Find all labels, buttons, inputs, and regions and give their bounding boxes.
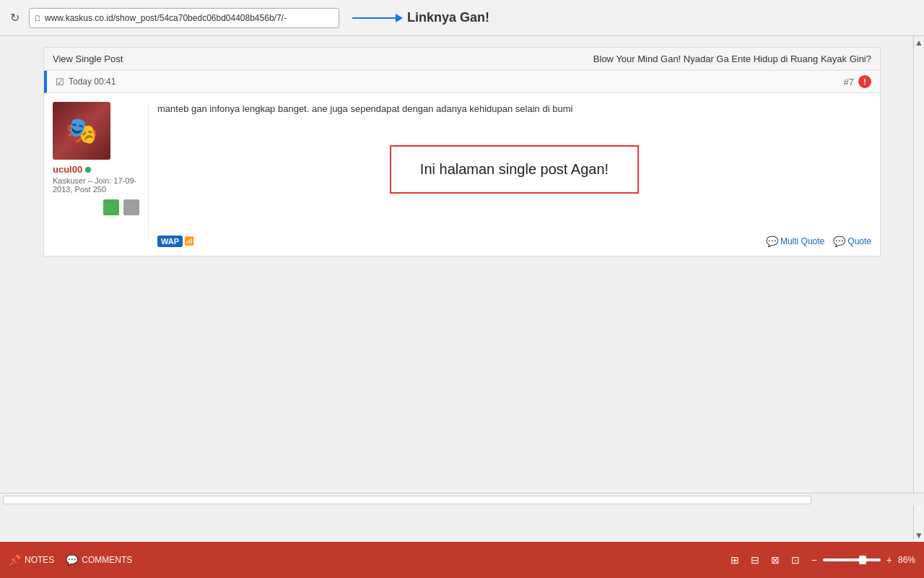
- notes-label: NOTES: [25, 555, 54, 565]
- page-view-icon[interactable]: ⊞: [728, 553, 742, 567]
- post-count-label: Post: [75, 185, 91, 194]
- quote-label: Quote: [847, 236, 871, 246]
- quote-actions: 💬 Multi Quote 💬 Quote: [766, 236, 871, 247]
- username-row: ucul00: [53, 164, 139, 175]
- post-count: 250: [93, 185, 106, 194]
- post-num-badge: #7 !: [844, 75, 871, 88]
- single-post-box: Ini halaman single post Agan!: [390, 145, 639, 194]
- horizontal-scrollbar[interactable]: [0, 493, 924, 506]
- zoom-slider[interactable]: [823, 558, 881, 561]
- multi-quote-button[interactable]: 💬 Multi Quote: [766, 236, 824, 247]
- status-bar-right: ⊞ ⊟ ⊠ ⊡ − + 86%: [728, 553, 915, 567]
- status-bar: 📌 NOTES 💬 COMMENTS ⊞ ⊟ ⊠ ⊡ − + 86%: [0, 542, 924, 578]
- zoom-slider-thumb[interactable]: [859, 556, 866, 564]
- wap-icon: WAP: [157, 236, 183, 247]
- view-single-post-label: View Single Post: [53, 53, 123, 64]
- comments-button[interactable]: 💬 COMMENTS: [66, 554, 132, 566]
- reload-button[interactable]: ↻: [6, 9, 23, 27]
- single-post-message: Ini halaman single post Agan!: [420, 161, 609, 178]
- comments-icon: 💬: [66, 554, 78, 566]
- quote-icon: 💬: [833, 236, 845, 247]
- url-text: www.kaskus.co.id/show_post/54ca70bedc06b…: [45, 13, 287, 23]
- wap-badge: WAP 📶: [157, 236, 194, 247]
- user-avatar: 🎭: [53, 102, 110, 160]
- post-number: #7: [844, 77, 854, 87]
- arrow-annotation: Linknya Gan!: [352, 10, 489, 25]
- scroll-down-button[interactable]: ▼: [913, 529, 924, 542]
- settings-icon[interactable]: ⊡: [788, 553, 803, 567]
- notes-button[interactable]: 📌 NOTES: [9, 554, 54, 566]
- zoom-out-button[interactable]: −: [808, 553, 820, 567]
- content-wrapper: View Single Post Blow Your Mind Gan! Nya…: [43, 36, 881, 256]
- zoom-in-button[interactable]: +: [884, 553, 895, 567]
- user-sidebar: 🎭 ucul00 Kaskuser – Join: 17-09-2013, Po…: [53, 102, 139, 247]
- quote-button[interactable]: 💬 Quote: [833, 236, 871, 247]
- scroll-up-button[interactable]: ▲: [913, 36, 924, 49]
- zoom-control: − + 86%: [808, 553, 915, 567]
- arrow-line: [352, 14, 403, 22]
- status-bar-left: 📌 NOTES 💬 COMMENTS: [9, 554, 132, 566]
- user-status: Kaskuser: [53, 176, 86, 185]
- post-content-area: manteb gan infonya lengkap banget. ane j…: [148, 102, 871, 247]
- post-container: View Single Post Blow Your Mind Gan! Nya…: [43, 47, 881, 256]
- online-dot: [85, 167, 91, 173]
- post-timestamp: ☑ Today 00:41: [56, 77, 116, 87]
- wap-signal: 📶: [184, 236, 194, 246]
- report-icon[interactable]: !: [858, 75, 871, 88]
- avatar-graphic: 🎭: [53, 102, 110, 160]
- browser-chrome: ↻ 🗋 www.kaskus.co.id/show_post/54ca70bed…: [0, 0, 924, 36]
- post-header-bar: View Single Post Blow Your Mind Gan! Nya…: [44, 48, 880, 71]
- reputation-buttons: [53, 199, 139, 215]
- page-scrollbar[interactable]: ▲ ▼: [913, 36, 924, 542]
- page-icon: 🗋: [34, 14, 42, 22]
- notes-icon: 📌: [9, 554, 21, 566]
- post-number-bar: ☑ Today 00:41 #7 !: [44, 71, 880, 93]
- thread-title: Blow Your Mind Gan! Nyadar Ga Ente Hidup…: [593, 53, 871, 64]
- grid-view-icon[interactable]: ⊟: [748, 553, 762, 567]
- rep-negative-button[interactable]: [123, 199, 139, 215]
- post-footer: WAP 📶 💬 Multi Quote 💬 Quote: [157, 230, 871, 247]
- checkbox-icon: ☑: [56, 77, 64, 87]
- rep-positive-button[interactable]: [103, 199, 119, 215]
- zoom-level: 86%: [898, 555, 915, 565]
- arrow-label: Linknya Gan!: [407, 10, 489, 25]
- layout-icon[interactable]: ⊠: [768, 553, 783, 567]
- timestamp-text: Today 00:41: [69, 77, 116, 87]
- post-text: manteb gan infonya lengkap banget. ane j…: [157, 102, 871, 116]
- user-info: Kaskuser – Join: 17-09-2013, Post 250: [53, 176, 139, 194]
- multi-quote-icon: 💬: [766, 236, 778, 247]
- url-bar[interactable]: 🗋 www.kaskus.co.id/show_post/54ca70bedc0…: [29, 8, 339, 28]
- page-area: View Single Post Blow Your Mind Gan! Nya…: [0, 36, 924, 542]
- multi-quote-label: Multi Quote: [780, 236, 824, 246]
- scrollbar-thumb[interactable]: [3, 496, 811, 504]
- username[interactable]: ucul00: [53, 164, 82, 175]
- post-body: 🎭 ucul00 Kaskuser – Join: 17-09-2013, Po…: [44, 93, 880, 256]
- comments-label: COMMENTS: [82, 555, 132, 565]
